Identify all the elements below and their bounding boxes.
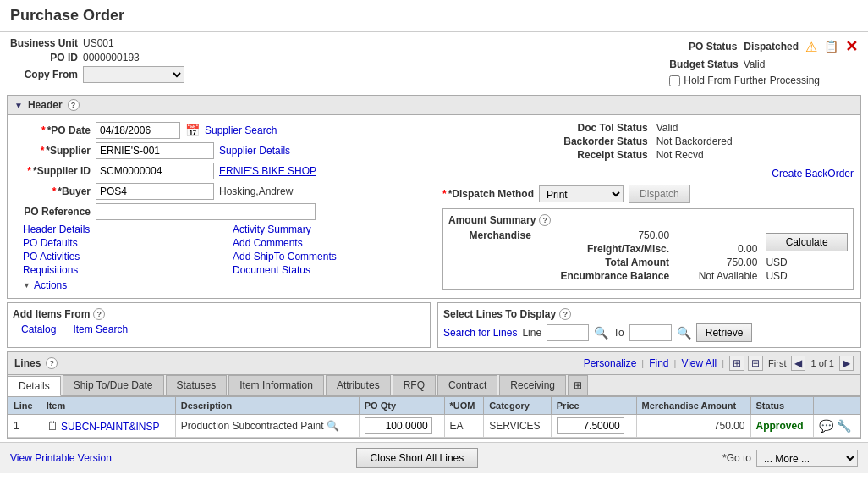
lines-help-icon[interactable]: ? bbox=[46, 357, 58, 369]
dispatch-method-select[interactable]: Print Email Fax bbox=[539, 185, 624, 202]
supplier-details-link[interactable]: Supplier Details bbox=[219, 145, 290, 157]
page-container: Purchase Order Business Unit US001 PO ID… bbox=[0, 0, 868, 497]
tab-receiving[interactable]: Receiving bbox=[499, 375, 566, 395]
printable-version-link[interactable]: View Printable Version bbox=[10, 452, 112, 464]
item-link[interactable]: SUBCN-PAINT&INSP bbox=[61, 421, 159, 433]
view-all-link[interactable]: View All bbox=[681, 357, 717, 369]
requisitions-link[interactable]: Requisitions bbox=[23, 264, 216, 276]
buyer-input[interactable] bbox=[96, 183, 214, 200]
price-input[interactable] bbox=[557, 417, 624, 434]
goto-select[interactable]: ... More ... bbox=[756, 450, 858, 467]
tab-contract[interactable]: Contract bbox=[437, 375, 497, 395]
tab-ship-to-due-date[interactable]: Ship To/Due Date bbox=[63, 375, 164, 395]
business-unit-value: US001 bbox=[83, 37, 114, 49]
footer-right: *Go to ... More ... bbox=[722, 450, 858, 467]
page-info: 1 of 1 bbox=[810, 358, 834, 368]
supplier-name-link[interactable]: ERNIE'S BIKE SHOP bbox=[219, 165, 316, 177]
budget-status-value: Valid bbox=[744, 58, 766, 70]
row-info-icon[interactable]: 🔧 bbox=[837, 419, 851, 433]
add-shipto-comments-link[interactable]: Add ShipTo Comments bbox=[233, 251, 426, 262]
search-for-lines: Search for Lines Line 🔍 To 🔍 Retrieve bbox=[443, 323, 855, 342]
select-lines-title: Select Lines To Display ? bbox=[443, 308, 855, 320]
po-defaults-link[interactable]: PO Defaults bbox=[23, 237, 216, 249]
catalog-link[interactable]: Catalog bbox=[21, 323, 56, 335]
po-date-input[interactable] bbox=[96, 122, 180, 139]
prev-icon[interactable]: ◀ bbox=[791, 356, 805, 371]
supplier-search-link[interactable]: Supplier Search bbox=[205, 124, 277, 136]
po-activities-link[interactable]: PO Activities bbox=[23, 251, 216, 262]
header-label: Header bbox=[28, 99, 63, 111]
add-comments-link[interactable]: Add Comments bbox=[233, 237, 426, 249]
po-date-row: *PO Date 📅 Supplier Search bbox=[14, 122, 426, 139]
item-search-link[interactable]: Item Search bbox=[73, 323, 128, 335]
line-to-search-icon[interactable]: 🔍 bbox=[677, 326, 691, 340]
close-icon[interactable]: ✕ bbox=[845, 37, 858, 56]
comment-icon[interactable]: 💬 bbox=[819, 419, 833, 433]
amount-grid: Merchandise 750.00 Freight/Tax/Misc. 0.0… bbox=[448, 229, 848, 284]
select-lines-panel: Select Lines To Display ? Search for Lin… bbox=[437, 302, 861, 348]
row-po-qty bbox=[359, 415, 444, 438]
document-status-link[interactable]: Document Status bbox=[233, 264, 426, 276]
top-info-left: Business Unit US001 PO ID 0000000193 Cop… bbox=[10, 37, 184, 86]
edit-icon[interactable]: 📋 bbox=[824, 40, 838, 53]
grid-icon-2[interactable]: ⊟ bbox=[748, 356, 763, 371]
actions-link[interactable]: Actions bbox=[34, 279, 67, 291]
row-category: SERVICES bbox=[484, 415, 552, 438]
dispatch-method-row: *Dispatch Method Print Email Fax Dispatc… bbox=[442, 185, 854, 203]
tab-statuses[interactable]: Statuses bbox=[166, 375, 228, 395]
po-id-value: 0000000193 bbox=[83, 52, 140, 64]
encumbrance-currency: USD bbox=[766, 270, 848, 282]
buyer-name: Hosking,Andrew bbox=[219, 185, 293, 197]
row-uom: EA bbox=[444, 415, 484, 438]
footer-left: View Printable Version bbox=[10, 452, 112, 464]
grid-icon-1[interactable]: ⊞ bbox=[729, 356, 744, 371]
warning-icon: ⚠ bbox=[805, 39, 817, 55]
personalize-link[interactable]: Personalize bbox=[584, 357, 637, 369]
description-search-icon[interactable]: 🔍 bbox=[327, 420, 339, 432]
lines-title: Lines bbox=[14, 357, 41, 369]
col-category: Category bbox=[484, 397, 552, 415]
encumbrance-label: Encumbrance Balance bbox=[540, 270, 669, 282]
find-link[interactable]: Find bbox=[649, 357, 668, 369]
activity-summary-link[interactable]: Activity Summary bbox=[233, 224, 426, 235]
status-grid: Doc Tol Status Valid Backorder Status No… bbox=[442, 122, 854, 161]
supplier-id-input[interactable] bbox=[96, 163, 214, 179]
supplier-input[interactable] bbox=[96, 142, 214, 159]
hold-checkbox[interactable] bbox=[669, 75, 680, 86]
line-from-search-icon[interactable]: 🔍 bbox=[594, 326, 608, 340]
tab-attributes[interactable]: Attributes bbox=[326, 375, 391, 395]
amount-summary-help-icon[interactable]: ? bbox=[539, 214, 551, 226]
po-reference-input[interactable] bbox=[96, 203, 316, 220]
header-right: Doc Tol Status Valid Backorder Status No… bbox=[442, 122, 854, 291]
line-to-input[interactable] bbox=[629, 324, 672, 341]
add-items-panel: Add Items From ? Catalog Item Search bbox=[7, 302, 431, 348]
header-details-link[interactable]: Header Details bbox=[23, 224, 216, 235]
po-status-value: Dispatched bbox=[744, 41, 799, 52]
create-backorder-link[interactable]: Create BackOrder bbox=[459, 168, 854, 179]
header-help-icon[interactable]: ? bbox=[68, 99, 80, 111]
nav-icons: ⊞ ⊟ bbox=[729, 356, 763, 371]
backorder-status-label: Backorder Status bbox=[442, 135, 648, 147]
close-short-all-lines-button[interactable]: Close Short All Lines bbox=[356, 448, 479, 468]
tab-details[interactable]: Details bbox=[8, 376, 61, 396]
retrieve-button[interactable]: Retrieve bbox=[696, 323, 753, 342]
merchandise-value: 750.00 bbox=[540, 229, 669, 241]
select-lines-help-icon[interactable]: ? bbox=[559, 308, 571, 320]
po-reference-row: PO Reference bbox=[14, 203, 426, 220]
add-items-help-icon[interactable]: ? bbox=[93, 308, 105, 320]
copy-from-label: Copy From bbox=[10, 69, 78, 80]
dispatch-button[interactable]: Dispatch bbox=[629, 185, 690, 203]
copy-from-select[interactable] bbox=[83, 66, 184, 83]
calendar-icon[interactable]: 📅 bbox=[185, 124, 200, 137]
receipt-status-value: Not Recvd bbox=[656, 149, 854, 161]
footer: View Printable Version Close Short All L… bbox=[0, 442, 868, 473]
po-qty-input[interactable] bbox=[365, 417, 432, 434]
calculate-button[interactable]: Calculate bbox=[766, 233, 848, 251]
header-toggle[interactable]: ▼ bbox=[14, 101, 23, 110]
tab-rfq[interactable]: RFQ bbox=[393, 375, 436, 395]
next-icon[interactable]: ▶ bbox=[839, 356, 854, 371]
tab-icon[interactable]: ⊞ bbox=[568, 375, 588, 395]
search-for-lines-link[interactable]: Search for Lines bbox=[443, 327, 517, 339]
tab-item-information[interactable]: Item Information bbox=[228, 375, 324, 395]
line-from-input[interactable] bbox=[547, 324, 589, 341]
